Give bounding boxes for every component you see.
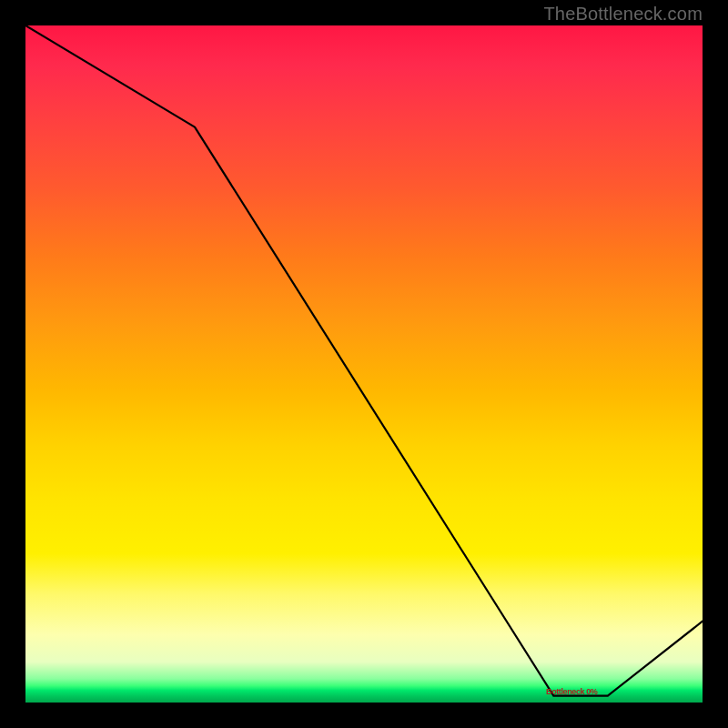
plot-area: Bottleneck 0%	[25, 25, 703, 703]
attribution-label: TheBottleneck.com	[543, 4, 703, 25]
line-curve	[25, 25, 703, 703]
chart-container: TheBottleneck.com Bottleneck 0%	[0, 0, 728, 728]
minimum-point-label: Bottleneck 0%	[546, 687, 597, 696]
